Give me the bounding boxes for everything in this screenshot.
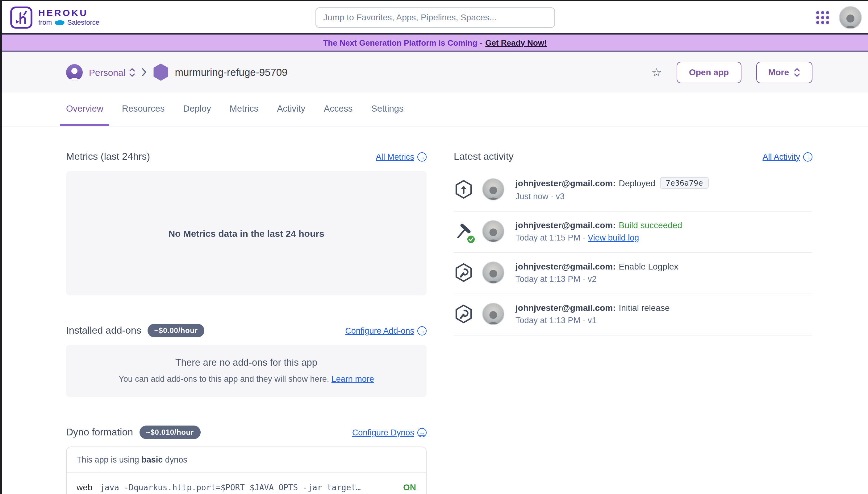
- activity-user: johnjvester@gmail.com:: [516, 178, 616, 188]
- release-hexagon-wrench-icon: [454, 304, 473, 324]
- activity-action: Build succeeded: [619, 220, 683, 230]
- brand-from-text: from: [38, 19, 52, 26]
- circle-arrow-icon: →: [803, 152, 812, 161]
- activity-action: Initial release: [619, 303, 670, 313]
- app-name: murmuring-refuge-95709: [175, 66, 287, 78]
- dyno-formation-card: This app is using basic dynos web java -…: [66, 446, 427, 494]
- all-metrics-link[interactable]: All Metrics →: [376, 152, 427, 161]
- brand-name: HEROKU: [38, 8, 100, 18]
- tab-overview[interactable]: Overview: [60, 93, 110, 126]
- banner-text: The Next Generation Platform is Coming -: [323, 38, 482, 47]
- brand-subtitle: from Salesforce: [38, 19, 100, 26]
- activity-avatar: [482, 303, 504, 325]
- activity-column: Latest activity All Activity →: [454, 151, 812, 494]
- learn-more-link[interactable]: Learn more: [331, 374, 374, 384]
- topbar-actions: [816, 6, 862, 29]
- process-state: ON: [403, 482, 416, 492]
- global-search-input[interactable]: [315, 7, 555, 27]
- heroku-logo[interactable]: HEROKU from Salesforce: [10, 6, 100, 29]
- heroku-dashboard: HEROKU from Salesforce: [0, 0, 868, 494]
- metrics-empty-text: No Metrics data in the last 24 hours: [168, 228, 324, 239]
- addons-empty-body: You can add add-ons to this app and they…: [76, 374, 417, 384]
- activity-meta: Today at 1:13 PM · v1: [516, 316, 670, 325]
- top-navigation-bar: HEROKU from Salesforce: [2, 1, 868, 33]
- header-actions: ☆ Open app More: [651, 61, 812, 83]
- configure-dynos-link[interactable]: Configure Dynos →: [352, 428, 427, 437]
- addons-title: Installed add-ons ~$0.00/hour: [66, 324, 204, 337]
- tab-access[interactable]: Access: [318, 93, 359, 126]
- activity-section-header: Latest activity All Activity →: [454, 151, 812, 162]
- process-name: web: [76, 482, 92, 492]
- browser-viewport: HEROKU from Salesforce: [0, 0, 868, 494]
- activity-item-deploy[interactable]: johnjvester@gmail.com: Deployed 7e36a79e…: [454, 168, 812, 211]
- activity-avatar: [482, 178, 504, 200]
- addons-empty-title: There are no add-ons for this app: [76, 357, 417, 368]
- commit-hash-chip: 7e36a79e: [660, 177, 708, 189]
- metrics-empty-box: No Metrics data in the last 24 hours: [66, 171, 427, 296]
- process-command: java -Dquarkus.http.port=$PORT $JAVA_OPT…: [100, 482, 361, 492]
- dynos-title: Dyno formation ~$0.010/hour: [66, 425, 201, 439]
- activity-user: johnjvester@gmail.com:: [516, 303, 616, 313]
- addons-empty-box: There are no add-ons for this app You ca…: [66, 345, 427, 397]
- up-down-chevrons-icon: [794, 68, 800, 77]
- activity-meta: Just now · v3: [516, 192, 708, 201]
- circle-arrow-icon: →: [417, 428, 427, 437]
- activity-text: johnjvester@gmail.com: Build succeeded T…: [516, 220, 682, 242]
- tab-metrics[interactable]: Metrics: [223, 93, 265, 126]
- activity-meta: Today at 1:13 PM · v2: [516, 274, 679, 284]
- banner-link[interactable]: Get Ready Now!: [485, 38, 547, 47]
- open-app-button[interactable]: Open app: [676, 61, 741, 83]
- activity-item-release-v2[interactable]: johnjvester@gmail.com: Enable Logplex To…: [454, 253, 812, 294]
- heroku-logo-icon: [10, 6, 33, 29]
- view-build-log-link[interactable]: View build log: [588, 233, 639, 242]
- activity-action: Deployed: [619, 178, 655, 188]
- activity-user: johnjvester@gmail.com:: [516, 220, 616, 230]
- apps-grid-icon[interactable]: [816, 11, 829, 24]
- activity-text: johnjvester@gmail.com: Enable Logplex To…: [516, 262, 679, 284]
- up-down-chevrons-icon: [129, 68, 135, 77]
- salesforce-cloud-icon: [54, 19, 65, 26]
- overview-content: Metrics (last 24hrs) All Metrics → No Me…: [2, 127, 868, 494]
- announcement-banner: The Next Generation Platform is Coming -…: [2, 33, 868, 52]
- addons-cost-badge: ~$0.00/hour: [147, 324, 205, 337]
- activity-avatar: [482, 220, 504, 242]
- circle-arrow-icon: →: [417, 152, 427, 161]
- circle-arrow-icon: →: [417, 326, 427, 335]
- tab-activity[interactable]: Activity: [271, 93, 311, 126]
- tab-deploy[interactable]: Deploy: [177, 93, 217, 126]
- release-hexagon-wrench-icon: [454, 263, 473, 283]
- brand-salesforce-text: Salesforce: [67, 19, 100, 26]
- activity-meta: Today at 1:15 PM · View build log: [516, 233, 682, 242]
- activity-text: johnjvester@gmail.com: Initial release T…: [516, 303, 670, 325]
- configure-addons-link[interactable]: Configure Add-ons →: [345, 326, 427, 335]
- activity-item-release-v1[interactable]: johnjvester@gmail.com: Initial release T…: [454, 294, 812, 336]
- owner-selector[interactable]: Personal: [89, 67, 135, 77]
- chevron-right-icon: [141, 68, 147, 76]
- tab-resources[interactable]: Resources: [116, 93, 171, 126]
- tab-settings[interactable]: Settings: [365, 93, 410, 126]
- build-hammer-check-icon: [454, 222, 473, 241]
- activity-avatar: [482, 262, 504, 284]
- logo-wordmark: HEROKU from Salesforce: [38, 8, 100, 26]
- dyno-process-row[interactable]: web java -Dquarkus.http.port=$PORT $JAVA…: [67, 473, 426, 494]
- metrics-title: Metrics (last 24hrs): [66, 151, 150, 162]
- metrics-section-header: Metrics (last 24hrs) All Metrics →: [66, 151, 427, 162]
- dynos-cost-badge: ~$0.010/hour: [139, 425, 201, 439]
- all-activity-link[interactable]: All Activity →: [762, 152, 812, 161]
- activity-feed: johnjvester@gmail.com: Deployed 7e36a79e…: [454, 168, 812, 336]
- activity-action: Enable Logplex: [619, 262, 679, 271]
- favorite-star-icon[interactable]: ☆: [651, 66, 662, 78]
- owner-name: Personal: [89, 67, 125, 77]
- dyno-type: basic: [141, 455, 163, 464]
- activity-text: johnjvester@gmail.com: Deployed 7e36a79e…: [516, 177, 708, 201]
- more-button[interactable]: More: [756, 61, 812, 83]
- user-avatar[interactable]: [839, 6, 862, 29]
- dynos-section-header: Dyno formation ~$0.010/hour Configure Dy…: [66, 425, 427, 439]
- activity-title: Latest activity: [454, 151, 514, 162]
- activity-user: johnjvester@gmail.com:: [516, 262, 616, 271]
- more-label: More: [768, 67, 789, 77]
- breadcrumb: Personal murmuring-refuge-95709: [66, 63, 287, 81]
- owner-avatar-icon[interactable]: [66, 64, 83, 80]
- activity-item-build[interactable]: johnjvester@gmail.com: Build succeeded T…: [454, 211, 812, 253]
- deploy-hexagon-up-arrow-icon: [454, 179, 473, 199]
